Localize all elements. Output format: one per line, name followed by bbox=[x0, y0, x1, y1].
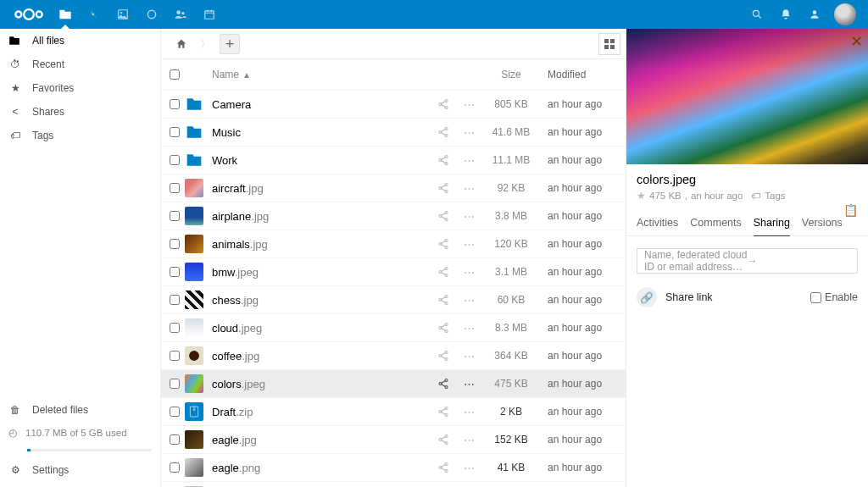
share-icon[interactable] bbox=[431, 378, 456, 390]
share-icon[interactable] bbox=[431, 266, 456, 278]
app-contacts-icon[interactable] bbox=[166, 0, 195, 29]
more-icon[interactable]: ⋯ bbox=[456, 322, 481, 335]
row-checkbox[interactable] bbox=[164, 462, 185, 473]
arrow-right-icon: → bbox=[748, 255, 851, 267]
more-icon[interactable]: ⋯ bbox=[456, 98, 481, 111]
share-icon[interactable] bbox=[431, 126, 456, 138]
share-icon[interactable] bbox=[431, 182, 456, 194]
table-row[interactable]: eagle.jpg ⋯ 152 KB an hour ago bbox=[161, 425, 626, 453]
more-icon[interactable]: ⋯ bbox=[456, 210, 481, 223]
share-icon[interactable] bbox=[431, 350, 456, 362]
row-checkbox[interactable] bbox=[164, 211, 185, 221]
more-icon[interactable]: ⋯ bbox=[456, 126, 481, 139]
col-size-header[interactable]: Size bbox=[481, 69, 541, 80]
table-row[interactable]: cloud.jpeg ⋯ 8.3 MB an hour ago bbox=[161, 313, 626, 341]
add-button[interactable]: + bbox=[220, 34, 240, 54]
table-row[interactable]: animals.jpg ⋯ 120 KB an hour ago bbox=[161, 230, 626, 257]
table-row[interactable]: Work ⋯ 11.1 MB an hour ago bbox=[161, 146, 626, 174]
svg-rect-11 bbox=[604, 39, 609, 43]
svg-point-2 bbox=[36, 12, 42, 18]
share-icon[interactable] bbox=[431, 98, 456, 110]
link-icon[interactable]: 🔗 bbox=[637, 287, 657, 307]
more-icon[interactable]: ⋯ bbox=[456, 238, 481, 251]
table-row[interactable]: First_flight.jpg ⋯ 27.4 MB an hour ago bbox=[161, 481, 626, 487]
more-icon[interactable]: ⋯ bbox=[456, 266, 481, 279]
more-icon[interactable]: ⋯ bbox=[456, 350, 481, 362]
table-row[interactable]: bmw.jpeg ⋯ 3.1 MB an hour ago bbox=[161, 257, 626, 285]
more-icon[interactable]: ⋯ bbox=[456, 294, 481, 307]
more-icon[interactable]: ⋯ bbox=[456, 378, 481, 390]
row-checkbox[interactable] bbox=[164, 407, 185, 417]
app-calendar-icon[interactable] bbox=[195, 0, 224, 29]
col-modified-header[interactable]: Modified bbox=[541, 69, 617, 80]
search-icon[interactable] bbox=[743, 0, 771, 29]
row-checkbox[interactable] bbox=[164, 267, 185, 277]
star-icon[interactable]: ★ bbox=[637, 190, 646, 202]
row-checkbox[interactable] bbox=[164, 434, 185, 445]
breadcrumb-home[interactable] bbox=[171, 34, 192, 54]
app-activity-icon[interactable] bbox=[80, 0, 108, 29]
svg-point-10 bbox=[813, 10, 817, 14]
share-search-input[interactable]: Name, federated cloud ID or email addres… bbox=[637, 248, 858, 274]
sidebar-item-favorites[interactable]: ★Favorites bbox=[0, 76, 160, 100]
pin-icon[interactable]: 📋 bbox=[842, 202, 860, 219]
sidebar-item-shares[interactable]: <Shares bbox=[0, 100, 160, 124]
app-gallery-icon[interactable] bbox=[108, 0, 137, 29]
view-toggle[interactable] bbox=[598, 33, 620, 55]
share-icon[interactable] bbox=[431, 322, 456, 334]
table-row[interactable]: aircraft.jpg ⋯ 92 KB an hour ago bbox=[161, 174, 626, 202]
row-checkbox[interactable] bbox=[164, 323, 185, 333]
row-checkbox[interactable] bbox=[164, 155, 185, 165]
row-checkbox[interactable] bbox=[164, 239, 185, 249]
table-row[interactable]: Camera ⋯ 805 KB an hour ago bbox=[161, 90, 626, 118]
row-checkbox[interactable] bbox=[164, 127, 185, 137]
table-row[interactable]: airplane.jpg ⋯ 3.8 MB an hour ago bbox=[161, 202, 626, 230]
share-icon[interactable] bbox=[431, 462, 456, 473]
sidebar-settings[interactable]: ⚙ Settings bbox=[0, 458, 160, 482]
notifications-icon[interactable] bbox=[771, 0, 800, 29]
row-checkbox[interactable] bbox=[164, 183, 185, 193]
row-checkbox[interactable] bbox=[164, 351, 185, 361]
user-avatar[interactable] bbox=[834, 3, 856, 25]
table-row[interactable]: Draft.zip ⋯ 2 KB an hour ago bbox=[161, 397, 626, 425]
more-icon[interactable]: ⋯ bbox=[456, 462, 481, 474]
row-checkbox[interactable] bbox=[164, 379, 185, 389]
more-icon[interactable]: ⋯ bbox=[456, 406, 481, 418]
sidebar-item-all-files[interactable]: All files bbox=[0, 29, 160, 53]
select-all-checkbox[interactable] bbox=[164, 69, 185, 80]
app-files-icon[interactable] bbox=[51, 0, 80, 29]
app-circle-icon[interactable] bbox=[137, 0, 166, 29]
tab-comments[interactable]: Comments bbox=[690, 217, 741, 235]
sidebar-deleted-files[interactable]: 🗑 Deleted files bbox=[0, 398, 160, 422]
logo bbox=[14, 7, 44, 22]
more-icon[interactable]: ⋯ bbox=[456, 154, 481, 167]
tab-versions[interactable]: Versions bbox=[802, 217, 843, 235]
file-size: 2 KB bbox=[481, 406, 541, 418]
tab-sharing[interactable]: Sharing bbox=[754, 217, 790, 236]
share-icon[interactable] bbox=[431, 434, 456, 445]
quota: ◴ 110.7 MB of 5 GB used bbox=[0, 422, 160, 445]
share-icon[interactable] bbox=[431, 294, 456, 306]
close-icon[interactable]: ✕ bbox=[850, 32, 863, 51]
sidebar-item-recent[interactable]: ⏱Recent bbox=[0, 53, 160, 76]
table-row[interactable]: Music ⋯ 41.6 MB an hour ago bbox=[161, 118, 626, 146]
row-checkbox[interactable] bbox=[164, 99, 185, 109]
share-icon[interactable] bbox=[431, 406, 456, 418]
contacts-menu-icon[interactable] bbox=[800, 0, 829, 29]
table-row[interactable]: colors.jpeg ⋯ 475 KB an hour ago bbox=[161, 369, 626, 397]
share-icon[interactable] bbox=[431, 154, 456, 166]
tab-activities[interactable]: Activities bbox=[637, 217, 678, 235]
table-row[interactable]: chess.jpg ⋯ 60 KB an hour ago bbox=[161, 285, 626, 313]
tag-icon[interactable]: 🏷 bbox=[751, 191, 761, 201]
sidebar-item-tags[interactable]: 🏷Tags bbox=[0, 124, 160, 147]
share-icon[interactable] bbox=[431, 238, 456, 250]
more-icon[interactable]: ⋯ bbox=[456, 182, 481, 195]
row-checkbox[interactable] bbox=[164, 295, 185, 305]
table-row[interactable]: eagle.png ⋯ 41 KB an hour ago bbox=[161, 453, 626, 481]
table-header: Name ▲ Size Modified bbox=[161, 59, 626, 90]
share-icon[interactable] bbox=[431, 210, 456, 222]
more-icon[interactable]: ⋯ bbox=[456, 434, 481, 446]
table-row[interactable]: coffee.jpg ⋯ 364 KB an hour ago bbox=[161, 341, 626, 369]
enable-share-checkbox[interactable]: Enable bbox=[810, 291, 858, 303]
col-name-header[interactable]: Name ▲ bbox=[212, 69, 431, 80]
